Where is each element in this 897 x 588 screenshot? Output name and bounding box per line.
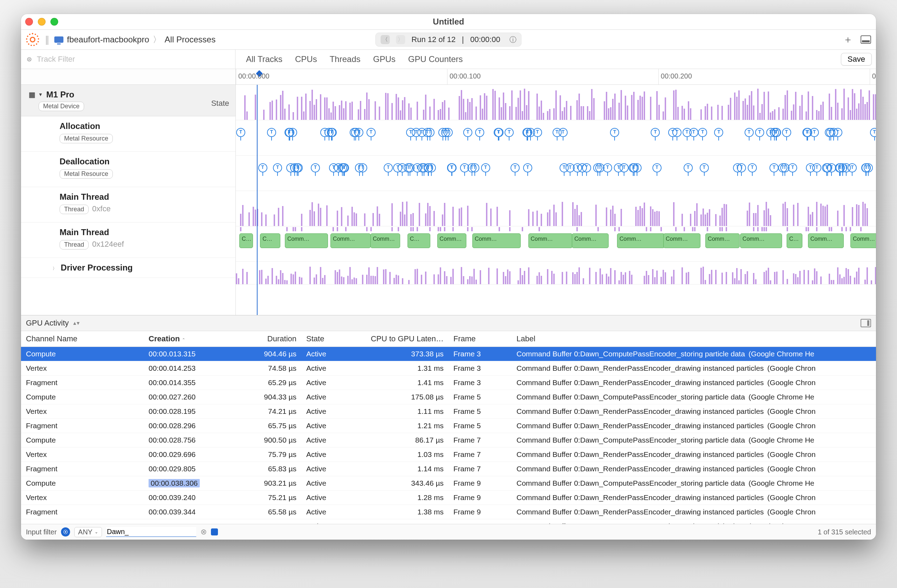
command-block[interactable]: Comm… xyxy=(370,233,400,248)
panel-toggle-icon[interactable] xyxy=(860,35,871,44)
table-row[interactable]: Compute00:00.013.315904.46 µsActive373.3… xyxy=(21,347,876,361)
table-row[interactable]: Fragment00:00.014.35565.29 µsActive1.41 … xyxy=(21,376,876,390)
playline xyxy=(257,85,257,315)
table-row[interactable]: Compute00:00.046.324903.00 µsActive395.3… xyxy=(21,519,876,524)
table-row[interactable]: Vertex00:00.029.69675.79 µsActive1.03 ms… xyxy=(21,447,876,462)
table-row[interactable]: Fragment00:00.029.80565.83 µsActive1.14 … xyxy=(21,462,876,476)
any-operator[interactable]: ANY ⌄ xyxy=(74,527,102,537)
table-row[interactable]: Fragment00:00.028.29665.75 µsActive1.21 … xyxy=(21,419,876,433)
breadcrumb[interactable]: fbeaufort-macbookpro 〉 All Processes xyxy=(54,34,216,45)
filter-toggle-icon[interactable] xyxy=(211,528,218,536)
col-state[interactable]: State xyxy=(302,334,361,343)
sidebar-root[interactable]: ▦ ▸ M1 Pro Metal Device State xyxy=(21,85,236,116)
chevron-down-icon: ⌄ xyxy=(95,530,98,534)
track-deallocation[interactable]: TTTTTTTTTTTTTTTTTTTTTTTTTTTTTTTTTTTTTTTT… xyxy=(236,156,876,191)
add-button[interactable]: ＋ xyxy=(843,33,853,46)
filter-pill-icon[interactable]: ⦿ xyxy=(61,527,70,536)
pause-button[interactable]: ‖ xyxy=(45,34,49,45)
detail-footer: Input filter ⦿ ANY ⌄ ⊗ 1 of 315 selected xyxy=(21,524,876,540)
command-block[interactable]: Comm… xyxy=(705,233,740,248)
laptop-icon xyxy=(54,37,63,43)
run-time: 00:00:00 xyxy=(470,35,501,44)
track-allocation[interactable]: TTTTTTTTTTTTTTTTTTTTTTTTTTTTTTTTTTTTTTTT… xyxy=(236,120,876,156)
titlebar: Untitled xyxy=(21,14,876,30)
command-block[interactable]: Comm… xyxy=(331,233,371,248)
thread-address: 0xfce xyxy=(92,204,111,213)
close-icon[interactable] xyxy=(25,18,33,26)
table-row[interactable]: Fragment00:00.039.34465.58 µsActive1.38 … xyxy=(21,505,876,519)
rows[interactable]: Compute00:00.013.315904.46 µsActive373.3… xyxy=(21,347,876,524)
footer-input-label: Input filter xyxy=(26,528,57,536)
track-filter-input[interactable] xyxy=(36,54,230,64)
command-block[interactable]: C… xyxy=(407,233,430,248)
record-button[interactable] xyxy=(26,33,39,46)
info-icon[interactable]: ⓘ xyxy=(510,35,516,44)
sidebar-item-name: Main Thread xyxy=(60,192,229,202)
col-creation[interactable]: Creation⌃ xyxy=(144,334,231,343)
table-row[interactable]: Compute00:00.027.260904.33 µsActive175.0… xyxy=(21,390,876,404)
col-label[interactable]: Label xyxy=(511,334,876,343)
command-block[interactable]: Comm… xyxy=(617,233,665,248)
command-block[interactable]: Comm… xyxy=(663,233,700,248)
columns-header: Channel Name Creation⌃ Duration State CP… xyxy=(21,331,876,347)
sidebar-item-driver[interactable]: 〉 Driver Processing xyxy=(21,258,236,278)
command-block[interactable]: C… xyxy=(787,233,802,248)
ruler-tick: 00:00.100 xyxy=(447,69,481,84)
command-block[interactable]: C… xyxy=(239,233,253,248)
col-channel[interactable]: Channel Name xyxy=(21,334,144,343)
command-block[interactable]: Comm… xyxy=(850,233,876,248)
sidebar-item[interactable]: Main ThreadThread0xfce xyxy=(21,187,236,222)
tab-threads[interactable]: Threads xyxy=(330,54,361,64)
command-block[interactable]: Comm… xyxy=(472,233,521,248)
table-row[interactable]: Compute00:00.038.306903.21 µsActive343.4… xyxy=(21,476,876,491)
track-state[interactable] xyxy=(236,85,876,120)
chevron-right-icon: 〉 xyxy=(52,266,57,272)
zoom-icon[interactable] xyxy=(51,18,58,26)
detail-dropdown[interactable]: GPU Activity xyxy=(26,318,69,328)
col-frame[interactable]: Frame xyxy=(448,334,511,343)
track-thread-2[interactable]: C…C…Comm…Comm…Comm…C…Comm…Comm…Comm…Comm… xyxy=(236,227,876,262)
sidebar-item[interactable]: Main ThreadThread0x124eef xyxy=(21,222,236,258)
sidebar-item[interactable]: DeallocationMetal Resource xyxy=(21,152,236,187)
root-badge: Metal Device xyxy=(38,102,84,111)
tab-gpu-counters[interactable]: GPU Counters xyxy=(408,54,463,64)
command-block[interactable]: Comm… xyxy=(528,233,572,248)
tab-gpus[interactable]: GPUs xyxy=(373,54,396,64)
table-row[interactable]: Compute00:00.028.756900.50 µsActive86.17… xyxy=(21,433,876,447)
layout-icon[interactable] xyxy=(860,319,871,327)
sidebar-item-name: Deallocation xyxy=(60,157,229,167)
run-prev-button[interactable]: 〈 xyxy=(381,35,390,44)
ruler[interactable]: 00:00.00000:00.10000:00.20000:00.300 xyxy=(236,69,876,85)
track-filter[interactable]: ⊜ xyxy=(21,50,236,69)
chevron-right-icon: 〉 xyxy=(153,34,161,45)
updown-icon[interactable]: ▲▼ xyxy=(72,320,79,326)
sidebar-root-name: M1 Pro xyxy=(46,90,74,100)
col-duration[interactable]: Duration xyxy=(231,334,302,343)
tab-cpus[interactable]: CPUs xyxy=(295,54,317,64)
sidebar-item-badge: Metal Resource xyxy=(60,169,113,179)
track-driver[interactable] xyxy=(236,262,876,285)
tracks: 00:00.00000:00.10000:00.20000:00.300 TTT… xyxy=(236,69,876,315)
ruler-tick: 00:00.000 xyxy=(236,69,269,84)
table-row[interactable]: Vertex00:00.014.25374.58 µsActive1.31 ms… xyxy=(21,361,876,376)
table-row[interactable]: Vertex00:00.039.24075.21 µsActive1.28 ms… xyxy=(21,491,876,505)
filter-input[interactable] xyxy=(106,527,196,537)
command-block[interactable]: Comm… xyxy=(572,233,609,248)
command-block[interactable]: C… xyxy=(260,233,280,248)
command-block[interactable]: Comm… xyxy=(808,233,844,248)
save-button[interactable]: Save xyxy=(841,53,872,66)
track-thread-1[interactable] xyxy=(236,191,876,227)
sidebar-item[interactable]: AllocationMetal Resource xyxy=(21,116,236,152)
clear-icon[interactable]: ⊗ xyxy=(201,527,207,536)
run-next-button[interactable]: 〉 xyxy=(396,35,405,44)
table-row[interactable]: Vertex00:00.028.19574.21 µsActive1.11 ms… xyxy=(21,404,876,419)
tab-all-tracks[interactable]: All Tracks xyxy=(246,54,282,64)
col-latency[interactable]: CPU to GPU Laten… xyxy=(361,334,448,343)
minimize-icon[interactable] xyxy=(38,18,46,26)
command-block[interactable]: Comm… xyxy=(285,233,328,248)
command-block[interactable]: Comm… xyxy=(437,233,467,248)
sidebar-item-badge: Thread xyxy=(60,205,89,214)
driver-label: Driver Processing xyxy=(61,263,132,272)
tracks-viewport[interactable]: TTTTTTTTTTTTTTTTTTTTTTTTTTTTTTTTTTTTTTTT… xyxy=(236,85,876,315)
command-block[interactable]: Comm… xyxy=(740,233,782,248)
